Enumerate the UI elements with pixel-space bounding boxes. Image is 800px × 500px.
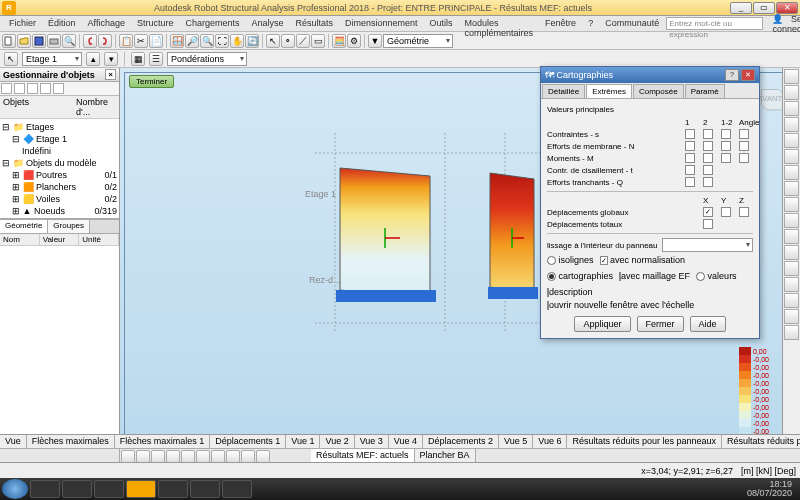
undo-icon[interactable] (83, 34, 97, 48)
cut-icon[interactable]: ✂ (134, 34, 148, 48)
radio-isolignes[interactable] (547, 256, 556, 265)
chk-n-2[interactable] (703, 141, 713, 151)
btab-res2[interactable]: Résultats réduits pour les panneaux 1 (722, 435, 800, 448)
signin-link[interactable]: 👤 Se connecter (767, 12, 800, 36)
copy-screen-icon[interactable]: 📋 (119, 34, 133, 48)
tab-composee[interactable]: Composée (633, 84, 684, 98)
task-word[interactable] (158, 480, 188, 498)
table-icon[interactable]: ▦ (131, 52, 145, 66)
rtool-12[interactable] (784, 245, 799, 260)
btab-depl1[interactable]: Déplacements 1 (210, 435, 286, 448)
btab-fleches[interactable]: Flèches maximales (27, 435, 115, 448)
task-chrome[interactable] (222, 480, 252, 498)
menu-edition[interactable]: Édition (43, 16, 81, 31)
chk-t-2[interactable] (703, 165, 713, 175)
chk-dg-z[interactable] (739, 207, 749, 217)
menu-chargements[interactable]: Chargements (180, 16, 244, 31)
panel-sel-icon[interactable]: ▭ (311, 34, 325, 48)
orbit-icon[interactable]: 🔄 (245, 34, 259, 48)
chk-dt[interactable] (703, 219, 713, 229)
win-icon[interactable]: 🪟 (170, 34, 184, 48)
chk-normalisation[interactable]: ✓ (600, 256, 608, 265)
menu-dimensionnement[interactable]: Dimensionnement (340, 16, 423, 31)
rtool-3[interactable] (784, 101, 799, 116)
etage-combo[interactable]: Etage 1 (22, 52, 82, 66)
btab-vue3[interactable]: Vue 3 (355, 435, 389, 448)
filter-icon[interactable]: ▼ (368, 34, 382, 48)
tab-groupes[interactable]: Groupes (48, 220, 90, 233)
btab-vue5[interactable]: Vue 5 (499, 435, 533, 448)
zoom-out-icon[interactable]: 🔍 (200, 34, 214, 48)
preview-icon[interactable]: 🔍 (62, 34, 76, 48)
btab-plancher[interactable]: Plancher BA (415, 449, 476, 462)
node-sel-icon[interactable]: ⚬ (281, 34, 295, 48)
rtool-5[interactable] (784, 133, 799, 148)
menu-help[interactable]: ? (583, 16, 598, 31)
menu-affichage[interactable]: Affichage (83, 16, 130, 31)
chk-dg-y[interactable] (721, 207, 731, 217)
open-icon[interactable] (17, 34, 31, 48)
tree-btn-3[interactable] (27, 83, 38, 94)
object-tree[interactable]: ⊟ 📁 Etages ⊟ 🔷 Etage 1 Indéfini ⊟ 📁 Obje… (0, 119, 119, 219)
rtool-10[interactable] (784, 213, 799, 228)
radio-valeurs[interactable] (696, 272, 705, 281)
rtool-13[interactable] (784, 261, 799, 276)
chk-q-1[interactable] (685, 177, 695, 187)
task-app-2[interactable] (94, 480, 124, 498)
layers-icon[interactable]: ☰ (149, 52, 163, 66)
chk-s-2[interactable] (703, 129, 713, 139)
lissage-combo[interactable] (662, 238, 754, 252)
appliquer-button[interactable]: Appliquer (574, 316, 630, 332)
down-icon[interactable]: ▾ (104, 52, 118, 66)
select-icon[interactable]: ↖ (266, 34, 280, 48)
rtool-4[interactable] (784, 117, 799, 132)
rtool-6[interactable] (784, 149, 799, 164)
menu-outils[interactable]: Outils (425, 16, 458, 31)
task-app-1[interactable] (62, 480, 92, 498)
calc-icon[interactable]: 🧮 (332, 34, 346, 48)
dialog-close-icon[interactable]: ✕ (741, 69, 755, 81)
save-icon[interactable] (32, 34, 46, 48)
chk-m-12[interactable] (721, 153, 731, 163)
chk-s-angle[interactable] (739, 129, 749, 139)
rtool-14[interactable] (784, 277, 799, 292)
bar-sel-icon[interactable]: ／ (296, 34, 310, 48)
redo-icon[interactable] (98, 34, 112, 48)
task-robot[interactable] (126, 480, 156, 498)
chk-n-12[interactable] (721, 141, 731, 151)
system-tray[interactable]: 18:1908/07/2020 (741, 480, 798, 498)
tab-extremes[interactable]: Extrêmes (586, 84, 632, 98)
menu-structure[interactable]: Structure (132, 16, 179, 31)
tab-parametres[interactable]: Paramè (685, 84, 725, 98)
tree-btn-4[interactable] (40, 83, 51, 94)
btab-res1[interactable]: Résultats réduits pour les panneaux (567, 435, 722, 448)
chk-t-1[interactable] (685, 165, 695, 175)
tree-btn-1[interactable] (1, 83, 12, 94)
task-folder[interactable] (190, 480, 220, 498)
dialog-help-icon[interactable]: ? (725, 69, 739, 81)
ponderations-combo[interactable]: Pondérations (167, 52, 247, 66)
start-button[interactable] (2, 479, 28, 499)
chk-dg-x[interactable]: ✓ (703, 207, 713, 217)
rtool-16[interactable] (784, 309, 799, 324)
chk-m-2[interactable] (703, 153, 713, 163)
minimize-button[interactable]: _ (730, 2, 752, 14)
menu-communaute[interactable]: Communauté (600, 16, 664, 31)
radio-cartographies[interactable] (547, 272, 556, 281)
layout-combo[interactable]: Géométrie (383, 34, 453, 48)
print-icon[interactable] (47, 34, 61, 48)
chk-s-1[interactable] (685, 129, 695, 139)
rtool-7[interactable] (784, 165, 799, 180)
menu-fenetre[interactable]: Fenêtre (540, 16, 581, 31)
btab-vue6[interactable]: Vue 6 (533, 435, 567, 448)
chk-m-1[interactable] (685, 153, 695, 163)
pan-icon[interactable]: ✋ (230, 34, 244, 48)
terminer-button[interactable]: Terminer (129, 75, 174, 88)
menu-modules[interactable]: Modules complémentaires (460, 16, 539, 31)
up-icon[interactable]: ▴ (86, 52, 100, 66)
rtool-9[interactable] (784, 197, 799, 212)
chk-m-angle[interactable] (739, 153, 749, 163)
rtool-8[interactable] (784, 181, 799, 196)
opt-icon[interactable]: ⚙ (347, 34, 361, 48)
menu-analyse[interactable]: Analyse (246, 16, 288, 31)
